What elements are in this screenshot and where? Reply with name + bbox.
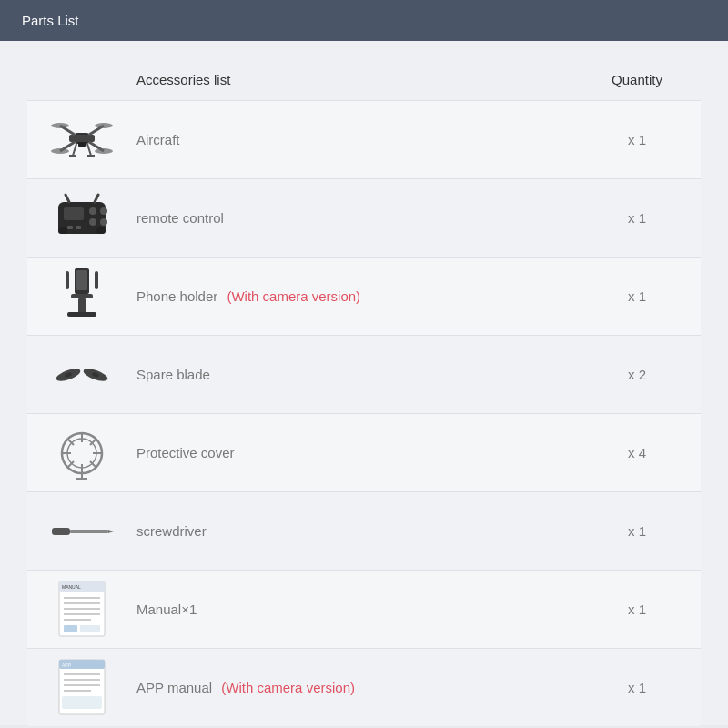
svg-point-17 [89, 207, 96, 215]
svg-line-11 [73, 144, 76, 156]
table-row: MANUAL Manual×1 x 1 [27, 570, 701, 648]
svg-rect-28 [76, 270, 87, 290]
aircraft-icon [46, 110, 118, 169]
svg-point-6 [51, 123, 69, 128]
svg-rect-31 [67, 312, 96, 317]
svg-line-23 [66, 195, 69, 202]
phone-holder-name: Phone holder (With camera version) [136, 288, 592, 304]
spare-blade-icon [46, 345, 118, 404]
app-manual-icon: APP [46, 658, 118, 717]
remote-control-qty: x 1 [592, 210, 682, 226]
phone-holder-qty: x 1 [592, 288, 682, 304]
remote-control-icon [46, 188, 118, 248]
table-row: Aircraft x 1 [27, 100, 701, 178]
page-header: Parts List [0, 0, 728, 41]
col-name-header: Accessories list [136, 72, 592, 87]
protective-cover-icon [46, 423, 118, 482]
svg-rect-26 [96, 228, 106, 234]
svg-point-7 [95, 123, 113, 128]
svg-point-8 [51, 148, 69, 154]
svg-rect-10 [78, 142, 86, 147]
table-row: remote control x 1 [27, 178, 701, 257]
screwdriver-icon [46, 501, 118, 561]
svg-rect-25 [58, 228, 67, 234]
page-title: Parts List [22, 13, 79, 28]
parts-table: Accessories list Quantity [27, 59, 701, 726]
svg-rect-16 [64, 207, 84, 220]
svg-rect-60 [64, 625, 77, 632]
col-quantity-header: Quantity [592, 72, 682, 87]
svg-rect-32 [66, 271, 69, 289]
table-header: Accessories list Quantity [27, 59, 701, 100]
svg-rect-50 [52, 528, 70, 535]
table-row: Spare blade x 2 [27, 335, 701, 413]
svg-text:APP: APP [62, 662, 72, 668]
aircraft-name: Aircraft [136, 132, 592, 147]
manual-icon: MANUAL [46, 580, 118, 639]
svg-text:MANUAL: MANUAL [62, 584, 81, 590]
svg-line-12 [87, 144, 91, 156]
table-row: Phone holder (With camera version) x 1 [27, 257, 701, 335]
svg-point-9 [95, 148, 113, 154]
svg-line-24 [95, 195, 98, 202]
svg-point-19 [89, 218, 96, 226]
manual-qty: x 1 [592, 602, 682, 617]
spare-blade-qty: x 2 [592, 367, 682, 382]
svg-rect-22 [76, 226, 81, 229]
svg-rect-51 [70, 530, 108, 533]
screwdriver-qty: x 1 [592, 523, 682, 539]
svg-marker-52 [108, 530, 114, 533]
protective-cover-qty: x 4 [592, 445, 682, 460]
svg-point-18 [100, 207, 107, 215]
screwdriver-name: screwdriver [136, 523, 592, 539]
svg-rect-61 [80, 625, 100, 632]
protective-cover-name: Protective cover [136, 445, 592, 460]
table-row: APP APP manual (With camera version) x 1 [27, 648, 701, 726]
app-manual-name: APP manual (With camera version) [136, 680, 592, 695]
remote-control-name: remote control [136, 210, 592, 226]
svg-point-20 [100, 218, 107, 226]
aircraft-qty: x 1 [592, 132, 682, 147]
svg-rect-29 [71, 294, 93, 298]
main-content: Accessories list Quantity [0, 41, 728, 725]
table-row: screwdriver x 1 [27, 491, 701, 570]
svg-rect-33 [95, 271, 98, 289]
svg-rect-1 [69, 135, 95, 142]
manual-name: Manual×1 [136, 602, 592, 617]
app-manual-qty: x 1 [592, 680, 682, 695]
svg-rect-69 [62, 696, 102, 709]
phone-holder-icon [46, 267, 118, 326]
table-row: Protective cover x 4 [27, 413, 701, 491]
col-image-spacer [46, 72, 136, 87]
svg-rect-21 [67, 226, 73, 229]
spare-blade-name: Spare blade [136, 367, 592, 382]
